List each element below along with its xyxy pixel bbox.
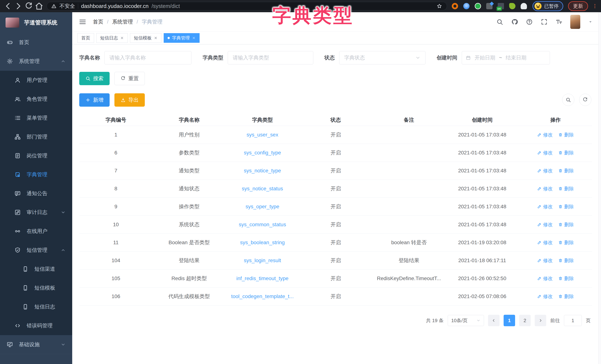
browser-update-button[interactable]: 更新 [568, 1, 588, 11]
show-search-button[interactable] [562, 94, 574, 106]
edit-link[interactable]: 修改 [537, 293, 553, 300]
fullscreen-icon[interactable] [541, 18, 548, 25]
sidebar-item-online[interactable]: 在线用户 [0, 222, 72, 241]
search-button[interactable]: 搜索 [79, 72, 110, 85]
delete-link[interactable]: 删除 [558, 203, 574, 210]
header-search-icon[interactable] [496, 18, 503, 25]
delete-link[interactable]: 删除 [558, 185, 574, 192]
extension-icon[interactable] [509, 3, 515, 9]
extension-icon[interactable] [498, 3, 504, 9]
sidebar-item-shield[interactable]: 短信管理 [0, 241, 72, 260]
browser-menu-icon[interactable] [592, 3, 598, 9]
cell-type[interactable]: sys_common_status [226, 222, 299, 228]
sidebar-item-audit[interactable]: 审计日志 [0, 203, 72, 222]
sidebar-toggle-icon[interactable] [79, 18, 86, 26]
next-page-button[interactable] [535, 315, 546, 326]
edit-link[interactable]: 修改 [537, 150, 553, 156]
tab-item[interactable]: 短信日志 [96, 33, 128, 43]
cell-type[interactable]: sys_login_result [226, 258, 299, 263]
edit-link[interactable]: 修改 [537, 222, 553, 228]
dict-type-input[interactable]: 请输入字典类型 [228, 51, 313, 64]
sidebar-item-notice[interactable]: 通知公告 [0, 184, 72, 203]
edit-link[interactable]: 修改 [537, 239, 553, 246]
browser-home-icon[interactable] [34, 1, 44, 11]
sidebar-item-tree[interactable]: 部门管理 [0, 127, 72, 146]
extension-icon[interactable] [463, 3, 470, 9]
cell-type[interactable]: tool_codegen_template_t... [226, 293, 299, 299]
browser-reload-icon[interactable] [24, 1, 33, 11]
browser-back-icon[interactable] [3, 1, 13, 11]
edit-icon [537, 151, 541, 155]
url-bar[interactable]: 不安全 dashboard.yudao.iocoder.cn /system/d… [47, 2, 447, 10]
edit-link[interactable]: 修改 [537, 132, 553, 138]
extension-icon[interactable] [475, 3, 481, 9]
github-icon[interactable] [511, 18, 518, 25]
delete-link[interactable]: 删除 [558, 239, 574, 246]
delete-link[interactable]: 删除 [558, 293, 574, 300]
cell-type[interactable]: sys_config_type [226, 150, 299, 156]
status-select[interactable]: 字典状态 [339, 51, 425, 64]
sidebar-item-users[interactable]: 角色管理 [0, 90, 72, 109]
help-icon[interactable] [526, 18, 533, 25]
prev-page-button[interactable] [488, 315, 500, 326]
cell-type[interactable]: inf_redis_timeout_type [226, 275, 299, 282]
add-button[interactable]: 新增 [79, 93, 110, 107]
user-avatar[interactable] [570, 15, 580, 29]
gear-icon [7, 58, 13, 64]
close-icon[interactable] [192, 36, 196, 40]
cell-type[interactable]: sys_user_sex [226, 132, 299, 138]
font-size-icon[interactable] [555, 18, 562, 25]
bookmark-star-icon[interactable] [436, 3, 442, 9]
edit-link[interactable]: 修改 [537, 185, 553, 192]
delete-link[interactable]: 删除 [558, 222, 574, 228]
avatar-caret-icon[interactable] [588, 20, 593, 24]
delete-link[interactable]: 删除 [558, 168, 574, 174]
sidebar-item-phone[interactable]: 短信模板 [0, 278, 72, 297]
edit-link[interactable]: 修改 [537, 203, 553, 210]
cell-type[interactable]: sys_oper_type [226, 204, 299, 210]
edit-link[interactable]: 修改 [537, 275, 553, 282]
sidebar-item-code[interactable]: 错误码管理 [0, 316, 72, 335]
page-button-2[interactable]: 2 [519, 315, 531, 326]
page-button-1[interactable]: 1 [504, 315, 515, 326]
sidebar-item-user[interactable]: 用户管理 [0, 71, 72, 90]
tab-item[interactable]: 首页 [77, 33, 94, 43]
extension-icon[interactable] [486, 3, 492, 9]
delete-link[interactable]: 删除 [558, 257, 574, 264]
sidebar-item-monitor[interactable]: 基础设施 [0, 335, 72, 354]
edit-link[interactable]: 修改 [537, 168, 553, 174]
profile-paused-badge[interactable]: 已暂停 [532, 1, 563, 11]
goto-page-input[interactable]: 1 [564, 315, 582, 326]
extension-icon[interactable] [521, 3, 527, 9]
edit-link[interactable]: 修改 [537, 257, 553, 264]
close-icon[interactable] [120, 36, 124, 40]
delete-link[interactable]: 删除 [558, 132, 574, 138]
refresh-table-button[interactable] [579, 94, 591, 106]
sidebar-item-phone[interactable]: 短信渠道 [0, 260, 72, 278]
dict-name-input[interactable]: 请输入字典名称 [104, 51, 191, 64]
sidebar-item-phone[interactable]: 短信日志 [0, 297, 72, 316]
tab-active[interactable]: 字典管理 [164, 33, 200, 43]
cell-type[interactable]: sys_boolean_string [226, 240, 299, 245]
page-size-select[interactable]: 10条/页 [448, 315, 484, 326]
cell-type[interactable]: sys_notice_status [226, 186, 299, 192]
browser-forward-icon[interactable] [14, 1, 23, 11]
refresh-icon [120, 76, 126, 81]
scrollbar[interactable] [598, 12, 601, 364]
tab-item[interactable]: 短信模板 [130, 33, 161, 43]
date-range-input[interactable]: 开始日期 ~ 结束日期 [462, 51, 550, 64]
delete-link[interactable]: 删除 [558, 275, 574, 282]
breadcrumb-home[interactable]: 首页 [93, 18, 103, 25]
cell-type[interactable]: sys_notice_type [226, 168, 299, 174]
sidebar-item-list[interactable]: 菜单管理 [0, 109, 72, 127]
sidebar-item-dict[interactable]: 字典管理 [0, 165, 72, 184]
extension-icon[interactable] [452, 3, 458, 9]
sidebar-item-gear[interactable]: 系统管理 [0, 52, 72, 71]
reset-button[interactable]: 重置 [114, 72, 145, 85]
breadcrumb-system[interactable]: 系统管理 [112, 18, 133, 25]
close-icon[interactable] [154, 36, 158, 40]
sidebar-item-post[interactable]: 岗位管理 [0, 146, 72, 165]
export-button[interactable]: 导出 [114, 93, 145, 107]
delete-link[interactable]: 删除 [558, 150, 574, 156]
sidebar-item-dashboard[interactable]: 首页 [0, 33, 72, 52]
